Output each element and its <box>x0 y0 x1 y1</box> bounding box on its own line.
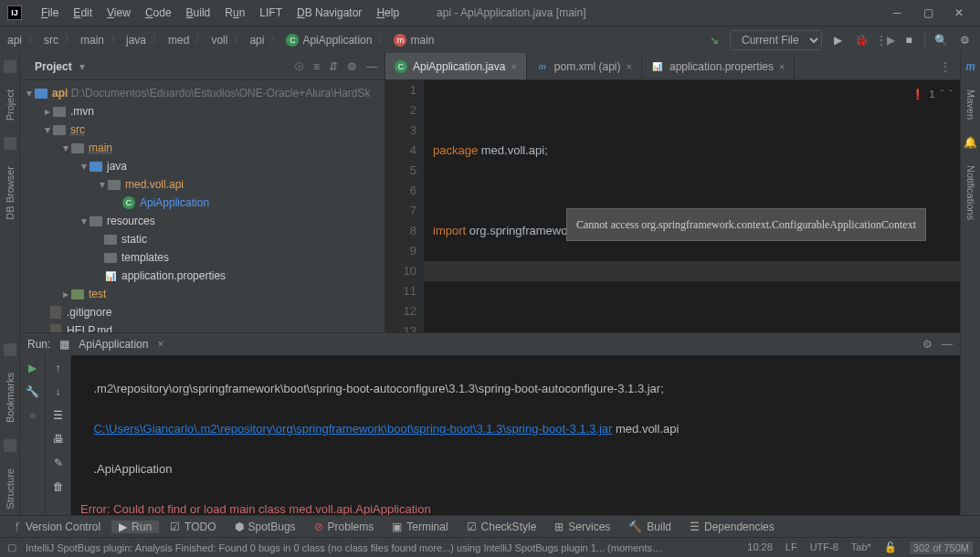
bottom-checkstyle[interactable]: ☑CheckStyle <box>459 520 544 533</box>
project-gutter-icon[interactable] <box>4 60 16 73</box>
crumb-api[interactable]: api <box>7 34 22 47</box>
gutter-project[interactable]: Project <box>5 84 16 126</box>
expand-all-icon[interactable]: ≡ <box>313 60 320 73</box>
tree-appprops[interactable]: 📊application.properties <box>20 267 385 285</box>
crumb-java[interactable]: java <box>126 34 146 47</box>
down-icon[interactable]: ↓ <box>51 384 66 399</box>
memory-indicator[interactable]: 302 of 750M <box>910 541 973 554</box>
structure-gutter-icon[interactable] <box>4 439 16 452</box>
menu-view[interactable]: View <box>100 3 137 23</box>
close-icon[interactable]: × <box>511 61 516 72</box>
crumb-class[interactable]: ApiApplication <box>302 34 372 47</box>
tree-pkg[interactable]: ▾med.voll.api <box>20 175 385 194</box>
tab-appprops[interactable]: 📊application.properties× <box>642 53 796 79</box>
tree-templates[interactable]: templates <box>20 248 385 267</box>
maven-gutter-icon[interactable]: m <box>965 60 975 73</box>
code-content[interactable]: ❗1 ˆ ˇ package med.voll.api; import org.… <box>424 80 960 332</box>
line-separator[interactable]: LF <box>785 541 797 554</box>
trash-icon[interactable]: 🗑 <box>51 479 66 494</box>
db-gutter-icon[interactable] <box>4 137 16 150</box>
menu-run[interactable]: Run <box>218 3 251 23</box>
project-tree[interactable]: ▾api D:\Documentos\Eduardo\Estudios\ONE-… <box>20 80 385 332</box>
crumb-src[interactable]: src <box>44 34 58 47</box>
lock-icon[interactable]: 🔓 <box>884 541 897 554</box>
quick-access-icon[interactable]: ▢ <box>7 541 16 553</box>
run-console[interactable]: .m2\repository\org\springframework\boot\… <box>71 355 960 515</box>
crumb-med[interactable]: med <box>168 34 189 47</box>
tab-pom[interactable]: mpom.xml (api)× <box>527 53 642 79</box>
notifications-gutter-icon[interactable]: 🔔 <box>964 136 977 149</box>
gutter-structure[interactable]: Structure <box>5 463 16 515</box>
bottom-terminal[interactable]: ▣Terminal <box>385 520 455 533</box>
crumb-method[interactable]: main <box>410 34 434 47</box>
tree-helpmd[interactable]: HELP.md <box>20 321 385 332</box>
menu-dbnav[interactable]: DB Navigator <box>290 3 368 23</box>
tree-mvn[interactable]: ▸.mvn <box>20 102 385 121</box>
window-maximize-icon[interactable]: ▢ <box>914 4 942 22</box>
run-hide-icon[interactable]: — <box>942 338 953 351</box>
collapse-all-icon[interactable]: ⇵ <box>329 60 338 73</box>
print-icon[interactable]: 🖶 <box>51 432 66 447</box>
run-settings-icon[interactable]: ⚙ <box>922 338 933 351</box>
inspection-badge[interactable]: ❗1 ˆ ˇ <box>912 84 953 104</box>
gutter-dbbrowser[interactable]: DB Browser <box>5 161 16 226</box>
code-editor[interactable]: 12345678910111213 ❗1 ˆ ˇ package med.vol… <box>385 80 960 332</box>
select-opened-icon[interactable]: ⦾ <box>295 60 304 73</box>
tree-java[interactable]: ▾java <box>20 157 385 175</box>
tree-src[interactable]: ▾src <box>20 121 385 139</box>
run-icon[interactable]: ▶ <box>829 32 846 48</box>
window-close-icon[interactable]: ✕ <box>945 4 973 22</box>
menu-edit[interactable]: Edit <box>67 3 99 23</box>
bottom-problems[interactable]: ⊘Problems <box>307 520 382 533</box>
close-icon[interactable]: × <box>779 61 785 72</box>
close-icon[interactable]: × <box>627 61 632 72</box>
breadcrumb[interactable]: api〉 src〉 main〉 java〉 med〉 voll〉 api〉 C … <box>7 32 435 47</box>
bottom-deps[interactable]: ☰Dependencies <box>682 520 782 533</box>
bottom-spotbugs[interactable]: ⬢SpotBugs <box>227 520 303 533</box>
gutter-notifications[interactable]: Notifications <box>965 160 976 226</box>
stop-icon[interactable]: ■ <box>901 32 917 48</box>
up-icon[interactable]: ↑ <box>51 361 66 375</box>
menu-lift[interactable]: LIFT <box>253 3 289 23</box>
tree-root[interactable]: ▾api D:\Documentos\Eduardo\Estudios\ONE-… <box>20 84 385 102</box>
editor-tabs-more-icon[interactable]: ⋮ <box>931 53 960 79</box>
bottom-run[interactable]: ▶Run <box>111 520 159 533</box>
crumb-main[interactable]: main <box>80 34 104 47</box>
crumb-voll[interactable]: voll <box>211 34 227 47</box>
tree-gitignore[interactable]: .gitignore <box>20 303 385 321</box>
gutter-bookmarks[interactable]: Bookmarks <box>5 367 16 428</box>
clear-icon[interactable]: ✎ <box>51 456 66 470</box>
tree-static[interactable]: static <box>20 230 385 248</box>
menu-file[interactable]: File <box>35 3 65 23</box>
gutter-maven[interactable]: Maven <box>965 84 976 125</box>
run-more-icon[interactable]: ⋮▶ <box>877 32 893 48</box>
bottom-services[interactable]: ⊞Services <box>547 520 617 533</box>
window-minimize-icon[interactable]: ─ <box>883 4 911 22</box>
settings-icon[interactable]: ⚙ <box>956 32 973 48</box>
hide-panel-icon[interactable]: — <box>366 60 377 73</box>
tree-resources[interactable]: ▾resources <box>20 212 385 230</box>
tab-apiapp[interactable]: CApiApplication.java× <box>385 53 527 79</box>
bottom-vcs[interactable]: ᚶVersion Control <box>7 520 108 533</box>
indent-setting[interactable]: Tab* <box>851 541 871 554</box>
menu-build[interactable]: Build <box>180 3 217 23</box>
tree-main[interactable]: ▾main <box>20 139 385 157</box>
run-config-selector[interactable]: Current File <box>730 30 822 50</box>
rerun-icon[interactable]: ▶ <box>26 361 40 375</box>
tree-test[interactable]: ▸test <box>20 285 385 303</box>
bottom-todo[interactable]: ☑TODO <box>163 520 223 533</box>
wrap-icon[interactable]: ☰ <box>51 408 66 423</box>
tree-apiapp[interactable]: CApiApplication <box>20 194 385 212</box>
run-settings2-icon[interactable]: 🔧 <box>26 384 40 399</box>
console-link[interactable]: C:\Users\Giancarlo\.m2\repository\org\sp… <box>93 422 612 436</box>
stop2-icon[interactable]: ■ <box>26 408 40 423</box>
run-config-name[interactable]: ApiApplication <box>79 338 148 351</box>
search-icon[interactable]: 🔍 <box>933 32 949 48</box>
menu-code[interactable]: Code <box>139 3 178 23</box>
bookmarks-gutter-icon[interactable] <box>4 343 16 356</box>
file-encoding[interactable]: UTF-8 <box>810 541 838 554</box>
menu-help[interactable]: Help <box>370 3 406 23</box>
hammer-icon[interactable]: ↘ <box>706 32 722 48</box>
caret-position[interactable]: 10:28 <box>747 541 773 554</box>
bottom-build[interactable]: 🔨Build <box>621 520 679 533</box>
